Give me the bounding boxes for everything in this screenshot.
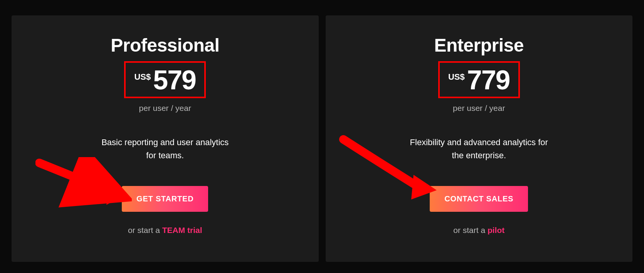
plan-description: Basic reporting and user analytics for t… (96, 136, 234, 162)
price-highlight-box: US$ 579 (124, 61, 206, 98)
alt-trial-line: or start a TEAM trial (128, 226, 202, 235)
pricing-card-professional: Professional US$ 579 per user / year Bas… (12, 15, 319, 262)
contact-sales-button[interactable]: CONTACT SALES (430, 186, 528, 212)
billing-period: per user / year (139, 104, 191, 113)
get-started-button[interactable]: GET STARTED (122, 186, 208, 212)
alt-prefix: or start a (128, 226, 162, 234)
alt-pilot-line: or start a pilot (453, 226, 504, 235)
plan-title: Professional (111, 35, 219, 56)
price-amount: 579 (153, 67, 196, 94)
pricing-card-enterprise: Enterprise US$ 779 per user / year Flexi… (326, 15, 633, 262)
price-highlight-box: US$ 779 (438, 61, 520, 98)
annotation-arrow-icon (35, 157, 132, 211)
plan-description: Flexibility and advanced analytics for t… (410, 136, 548, 162)
price-amount: 779 (467, 67, 510, 94)
alt-prefix: or start a (453, 226, 488, 234)
currency-label: US$ (448, 72, 465, 82)
currency-label: US$ (134, 72, 151, 82)
plan-title: Enterprise (434, 35, 524, 56)
pilot-link[interactable]: pilot (488, 226, 504, 234)
billing-period: per user / year (453, 104, 505, 113)
team-trial-link[interactable]: TEAM trial (162, 226, 202, 234)
